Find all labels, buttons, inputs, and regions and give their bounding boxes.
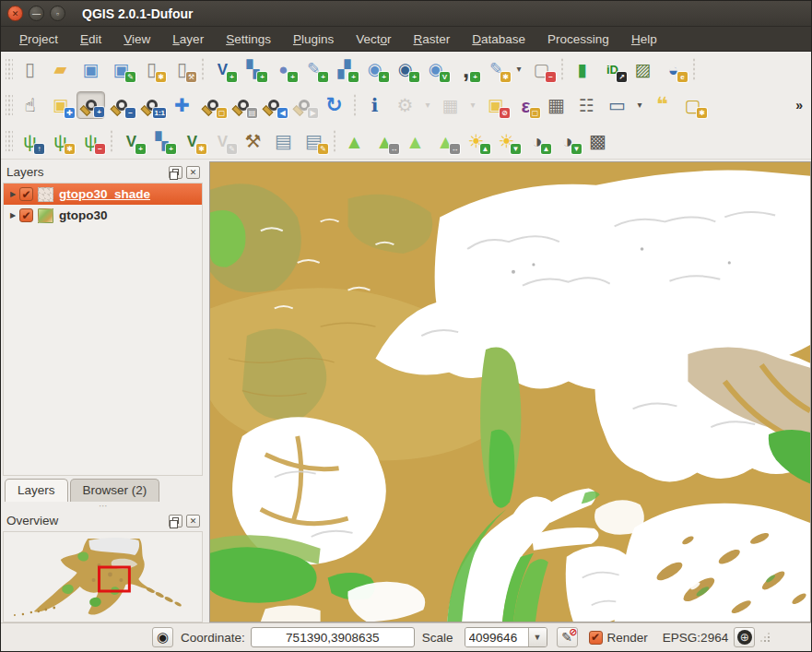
remove-layer-button[interactable]: ▢− [527, 55, 556, 83]
grass-display-region-button[interactable]: ▤ [269, 127, 298, 155]
toggle-extents-mouse-position-button[interactable]: ◉ [152, 627, 173, 647]
grass-new-mapset-button[interactable]: ψ✱ [46, 127, 75, 155]
render-checkbox[interactable]: ✔ [589, 631, 603, 645]
raster-local-histogram-stretch-button[interactable]: ▲ [401, 127, 430, 155]
grass-edit-vector-layer-button[interactable]: V✎ [208, 127, 237, 155]
window-resize-grip[interactable] [759, 631, 771, 644]
grass-tools-button[interactable]: ⚒ [239, 127, 267, 155]
menu-view[interactable]: View [112, 29, 161, 50]
menu-vector[interactable]: Vector [345, 29, 402, 50]
coordinate-input[interactable] [251, 627, 415, 647]
zoom-to-selection-button[interactable]: ▢ [198, 91, 227, 119]
pan-to-selection-button[interactable]: ▣✚ [46, 91, 75, 119]
layer-visibility-checkbox[interactable]: ✔ [19, 187, 33, 201]
menu-processing[interactable]: Processing [536, 29, 620, 50]
tab-browser[interactable]: Browser (2) [70, 479, 160, 502]
scale-combo[interactable]: ▼ [465, 627, 547, 647]
menu-plugins[interactable]: Plugins [282, 29, 345, 50]
grass-add-raster-layer-button[interactable]: ▚+ [147, 127, 176, 155]
menu-project[interactable]: Project [8, 29, 69, 50]
menu-raster[interactable]: Raster [403, 29, 462, 50]
window-minimize-button[interactable]: — [29, 6, 44, 21]
add-raster-layer-button[interactable]: ▚+ [239, 55, 267, 83]
scale-input[interactable] [465, 628, 528, 646]
overview-panel-float-button[interactable] [169, 515, 182, 528]
select-features-dropdown-button[interactable]: ▾ [466, 91, 479, 119]
layers-tree[interactable]: ▶✔gtopo30_shade▶✔gtopo30 [3, 183, 203, 476]
layer-row-gtopo30[interactable]: ▶✔gtopo30 [4, 205, 202, 226]
add-wfs-layer-button[interactable]: ◉V [421, 55, 450, 83]
raster-decrease-brightness-button[interactable]: ☀▼ [492, 127, 521, 155]
window-maximize-button[interactable]: ▫ [50, 6, 65, 21]
add-delimited-text-layer-button[interactable]: ,+ [452, 55, 480, 83]
select-features-button[interactable]: ▦ [436, 91, 465, 119]
zoom-last-button[interactable]: ◀ [259, 91, 288, 119]
toolbar-overflow-button[interactable]: » [790, 98, 808, 113]
open-project-button[interactable]: ▰ [46, 55, 75, 83]
feature-action-dropdown-button[interactable]: ▾ [421, 91, 434, 119]
add-vector-layer-button[interactable]: V+ [208, 55, 237, 83]
menu-database[interactable]: Database [461, 29, 536, 50]
scale-dropdown-button[interactable]: ▼ [528, 628, 547, 646]
measure-line-button[interactable]: ▭ [603, 91, 631, 119]
expand-arrow-icon[interactable]: ▶ [6, 211, 19, 219]
deselect-features-button[interactable]: ▣⊘ [481, 91, 510, 119]
layers-panel-close-button[interactable]: ✕ [186, 166, 200, 179]
new-print-composer-button[interactable]: ▯✱ [137, 55, 166, 83]
layer-visibility-checkbox[interactable]: ✔ [19, 208, 33, 222]
map-canvas[interactable] [209, 161, 811, 622]
raster-increase-contrast-button[interactable]: ◑▲ [523, 127, 551, 155]
window-close-button[interactable]: ✕ [7, 6, 23, 21]
add-mssql-layer-button[interactable]: ▞+ [330, 55, 359, 83]
zoom-full-extent-button[interactable]: ✚ [168, 91, 196, 119]
select-by-expression-button[interactable]: ε▢ [512, 91, 540, 119]
zoom-native-resolution-button[interactable]: 1:1 [137, 91, 166, 119]
raster-increase-brightness-button[interactable]: ☀▲ [462, 127, 490, 155]
georeferencer-button[interactable]: ▩ [583, 127, 612, 155]
toolbar-drag-handle[interactable] [6, 59, 13, 79]
evis-image-browser-button[interactable]: ▨ [629, 55, 657, 83]
grass-close-mapset-button[interactable]: ψ− [76, 127, 105, 155]
new-project-button[interactable]: ▯ [16, 55, 44, 83]
title-bar[interactable]: ✕ — ▫ QGIS 2.0.1-Dufour [1, 1, 811, 27]
menu-settings[interactable]: Settings [215, 29, 282, 50]
save-project-button[interactable]: ▣ [76, 55, 105, 83]
zoom-next-button[interactable]: ▶ [289, 91, 318, 119]
crs-status-button[interactable]: ⊕ [734, 627, 755, 647]
refresh-map-button[interactable]: ↻ [320, 91, 348, 119]
add-spatialite-layer-button[interactable]: ✎+ [300, 55, 328, 83]
menu-help[interactable]: Help [620, 29, 668, 50]
composer-manager-button[interactable]: ▯⚒ [168, 55, 196, 83]
new-bookmark-button[interactable]: ▢✱ [678, 91, 707, 119]
zoom-in-button[interactable]: + [76, 91, 105, 119]
statistical-summary-button[interactable]: ☷ [572, 91, 601, 119]
open-attribute-table-button[interactable]: ▦ [542, 91, 571, 119]
osm-id-editor-button[interactable]: iD↗ [598, 55, 627, 83]
add-wms-layer-button[interactable]: ◉+ [360, 55, 389, 83]
overview-panel-close-button[interactable]: ✕ [186, 515, 200, 528]
layers-panel-float-button[interactable] [169, 166, 182, 179]
new-layer-dropdown-button[interactable]: ▾ [512, 55, 525, 83]
raster-decrease-contrast-button[interactable]: ◑▼ [553, 127, 582, 155]
stop-render-button[interactable]: ✎ ⊘ [557, 627, 578, 647]
expand-arrow-icon[interactable]: ▶ [6, 190, 19, 198]
grass-open-mapset-button[interactable]: ψ↑ [16, 127, 44, 155]
raster-local-histogram-stretch-actual-button[interactable]: ▲↔ [431, 127, 460, 155]
pan-map-button[interactable]: ☝ [16, 91, 44, 119]
add-wcs-layer-button[interactable]: ◉+ [391, 55, 419, 83]
tab-layers[interactable]: Layers [5, 479, 68, 502]
zoom-to-layer-button[interactable]: ▤ [229, 91, 257, 119]
identify-features-button[interactable]: ℹ [360, 91, 389, 119]
toolbar-drag-handle[interactable] [6, 95, 13, 115]
grass-new-vector-layer-button[interactable]: V✱ [178, 127, 206, 155]
raster-histogram-stretch-full-button[interactable]: ▲ [340, 127, 369, 155]
map-tips-button[interactable]: ❝ [648, 91, 677, 119]
measure-dropdown-button[interactable]: ▾ [633, 91, 646, 119]
raster-histogram-stretch-actual-button[interactable]: ▲↔ [371, 127, 399, 155]
new-shapefile-layer-button[interactable]: ✎✱ [482, 55, 511, 83]
zoom-out-button[interactable]: − [107, 91, 135, 119]
toolbar-drag-handle[interactable] [6, 131, 13, 151]
panel-splitter[interactable]: ⋯ [3, 502, 206, 510]
layer-row-gtopo30_shade[interactable]: ▶✔gtopo30_shade [4, 184, 202, 205]
grass-add-vector-layer-button[interactable]: V+ [117, 127, 146, 155]
